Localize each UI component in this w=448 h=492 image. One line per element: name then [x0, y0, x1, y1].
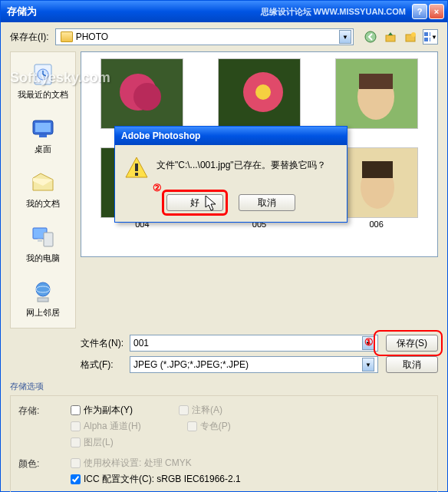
chevron-down-icon[interactable]: ▼ [362, 358, 374, 371]
as-copy-checkbox[interactable]: 作为副本(Y) [71, 404, 133, 417]
ok-button[interactable]: 好 [166, 194, 223, 211]
dialog-title: Adobe Photoshop [118, 130, 344, 141]
options-section: 存储选项 存储: 作为副本(Y) 注释(A) Alpha 通道(H) 专色(P)… [1, 378, 447, 492]
up-icon[interactable] [383, 29, 398, 45]
svg-point-16 [36, 282, 50, 296]
svg-rect-11 [35, 123, 51, 132]
place-label: 我最近的文档 [18, 89, 68, 101]
layers-checkbox: 图层(L) [71, 436, 430, 449]
warning-icon [124, 156, 149, 180]
help-button[interactable]: ? [412, 4, 427, 19]
thumbnail-image [100, 58, 183, 129]
filename-value: 001 [133, 338, 362, 348]
svg-rect-5 [430, 32, 430, 36]
window-title: 存储为 [4, 5, 261, 18]
format-value: JPEG (*.JPG;*.JPEG;*.JPE) [133, 359, 362, 370]
thumb-label: 006 [369, 220, 383, 229]
place-label: 我的电脑 [26, 253, 60, 264]
annotation-2: ② [153, 182, 162, 193]
place-label: 网上邻居 [26, 307, 60, 319]
dialog-message: 文件"C:\...\001.jpg"已存在。要替换它吗？ [156, 156, 338, 172]
recent-icon [29, 61, 57, 88]
place-mydocs[interactable]: 我的文档 [11, 167, 75, 213]
cancel-button[interactable]: 取消 [386, 356, 438, 373]
place-label: 我的文档 [26, 198, 60, 210]
places-bar: 我最近的文档 桌面 我的文档 我的电脑 网上邻居 [10, 51, 76, 329]
desktop-icon [29, 116, 57, 142]
chevron-down-icon[interactable]: ▼ [339, 30, 351, 44]
place-mycomputer[interactable]: 我的电脑 [11, 222, 75, 267]
svg-rect-38 [135, 173, 138, 176]
spot-checkbox: 专色(P) [187, 420, 231, 433]
icc-checkbox[interactable]: ICC 配置文件(C): sRGB IEC61966-2.1 [71, 473, 430, 486]
svg-point-21 [133, 83, 161, 111]
save-button[interactable]: 保存(S) [386, 335, 438, 352]
alpha-checkbox: Alpha 通道(H) [71, 420, 141, 433]
titlebar: 存储为 思缘设计论坛 WWW.MISSYUAN.COM ? × [1, 1, 447, 22]
save-as-window: 存储为 思缘设计论坛 WWW.MISSYUAN.COM ? × 保存在(I): … [0, 0, 448, 492]
place-label: 桌面 [35, 144, 51, 155]
svg-rect-36 [362, 161, 393, 178]
format-label: 格式(F): [81, 358, 130, 371]
svg-point-0 [365, 31, 376, 42]
filename-input[interactable]: 001 ▼ [130, 335, 378, 352]
folder-dropdown[interactable]: PHOTO ▼ [55, 28, 354, 45]
save-options-label: 存储: [18, 404, 71, 449]
confirm-dialog: Adobe Photoshop 文件"C:\...\001.jpg"已存在。要替… [114, 126, 348, 223]
svg-rect-37 [135, 163, 138, 171]
save-in-row: 保存在(I): PHOTO ▼ ▼ [1, 22, 447, 51]
svg-rect-7 [430, 38, 430, 41]
svg-point-24 [255, 84, 271, 100]
svg-rect-12 [39, 134, 47, 137]
format-dropdown[interactable]: JPEG (*.JPG;*.JPEG;*.JPE) ▼ [130, 356, 378, 373]
svg-rect-18 [38, 298, 48, 302]
save-button-wrap: ① 保存(S) [378, 335, 438, 352]
dialog-cancel-button[interactable]: 取消 [239, 194, 295, 211]
svg-rect-15 [44, 233, 53, 246]
network-icon [29, 279, 57, 305]
proof-checkbox: 使用校样设置: 处理 CMYK [71, 457, 430, 470]
new-folder-icon[interactable] [403, 29, 418, 45]
back-icon[interactable] [363, 29, 378, 45]
mydocs-icon [29, 170, 57, 196]
annotation-1: ① [364, 336, 374, 348]
field-rows: 文件名(N): 001 ▼ ① 保存(S) 格式(F): JPEG (*.JPG… [1, 329, 447, 373]
svg-rect-27 [359, 74, 393, 89]
svg-rect-4 [424, 32, 428, 36]
svg-rect-1 [386, 35, 395, 41]
place-recent[interactable]: 我最近的文档 [11, 58, 75, 104]
mycomputer-icon [29, 225, 57, 251]
place-desktop[interactable]: 桌面 [11, 113, 75, 158]
folder-icon [61, 31, 73, 42]
nav-icons: ▼ [363, 29, 438, 45]
view-menu-icon[interactable]: ▼ [423, 29, 438, 45]
ok-button-wrap: ② 好 [166, 194, 223, 211]
close-button[interactable]: × [429, 4, 444, 19]
svg-point-3 [411, 32, 416, 37]
thumbnail-image [335, 58, 418, 129]
folder-name: PHOTO [76, 31, 339, 42]
filename-label: 文件名(N): [81, 337, 130, 350]
save-in-label: 保存在(I): [10, 31, 49, 44]
options-title: 存储选项 [10, 381, 438, 392]
color-options-label: 颜色: [18, 457, 71, 486]
svg-rect-14 [38, 239, 42, 242]
brand-text: 思缘设计论坛 WWW.MISSYUAN.COM [261, 6, 406, 18]
svg-rect-6 [424, 38, 428, 41]
thumbnail-image [218, 58, 301, 129]
place-network[interactable]: 网上邻居 [11, 276, 75, 322]
annotations-checkbox: 注释(A) [179, 404, 222, 417]
